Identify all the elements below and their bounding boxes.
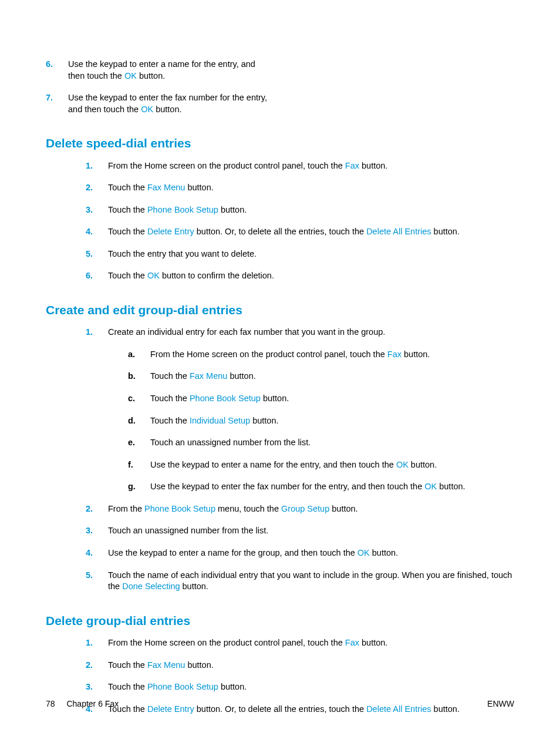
list-item-text: Use the keypad to enter a name for the e… <box>68 59 255 80</box>
list-item: 5.Touch the name of each individual entr… <box>86 570 514 593</box>
list-item: g.Use the keypad to enter the fax number… <box>128 481 514 493</box>
create-group-dial-list: 1.Create an individual entry for each fa… <box>46 327 514 592</box>
list-item-text: Touch the Phone Book Setup button. <box>150 394 289 403</box>
list-item: 4.Touch the Delete Entry button. Or, to … <box>86 226 514 238</box>
list-item: a.From the Home screen on the product co… <box>128 349 514 361</box>
list-marker: a. <box>128 349 135 361</box>
list-marker: 1. <box>86 327 93 338</box>
list-item-text: Touch the Phone Book Setup button. <box>108 682 247 691</box>
list-item: 1.From the Home screen on the product co… <box>86 160 514 172</box>
list-item: 4.Use the keypad to enter a name for the… <box>86 547 514 559</box>
list-item: 1.Create an individual entry for each fa… <box>86 327 514 493</box>
footer-left: 78 Chapter 6 Fax <box>46 698 119 710</box>
list-item-text: Touch the name of each individual entry … <box>108 570 512 592</box>
list-item-text: Touch the OK button to confirm the delet… <box>108 271 274 280</box>
heading-delete-speed-dial: Delete speed-dial entries <box>46 135 514 152</box>
list-item: 3.Touch the Phone Book Setup button. <box>86 681 514 693</box>
list-item-text: From the Home screen on the product cont… <box>108 638 387 647</box>
list-item: 2.From the Phone Book Setup menu, touch … <box>86 503 514 515</box>
list-marker: 5. <box>86 248 93 260</box>
list-marker: 7. <box>46 92 53 104</box>
list-marker: 4. <box>86 226 93 238</box>
list-item-text: From the Home screen on the product cont… <box>150 350 430 359</box>
list-marker: 6. <box>86 270 93 282</box>
heading-delete-group-dial: Delete group-dial entries <box>46 613 514 629</box>
list-item: 2.Touch the Fax Menu button. <box>86 182 514 194</box>
list-item-text: Use the keypad to enter a name for the g… <box>108 548 398 557</box>
list-marker: 3. <box>86 681 93 693</box>
list-item: e.Touch an unassigned number from the li… <box>128 437 514 449</box>
list-marker: c. <box>128 393 135 405</box>
list-item-text: Touch the Phone Book Setup button. <box>108 205 247 214</box>
heading-create-group-dial: Create and edit group-dial entries <box>46 302 514 318</box>
list-item-text: From the Phone Book Setup menu, touch th… <box>108 504 358 513</box>
list-marker: 6. <box>46 59 53 70</box>
list-item-text: Use the keypad to enter a name for the e… <box>150 460 437 469</box>
list-item-text: Use the keypad to enter the fax number f… <box>68 93 267 114</box>
list-marker: 2. <box>86 660 93 671</box>
list-marker: g. <box>128 481 136 493</box>
list-item: 5.Touch the entry that you want to delet… <box>86 248 514 260</box>
list-item: f.Use the keypad to enter a name for the… <box>128 459 514 471</box>
footer-right: ENWW <box>487 698 514 710</box>
list-item-text: Touch an unassigned number from the list… <box>150 438 311 447</box>
list-marker: 5. <box>86 570 93 582</box>
intro-steps-list: 6.Use the keypad to enter a name for the… <box>46 59 269 115</box>
list-item-text: From the Home screen on the product cont… <box>108 161 387 170</box>
page-number: 78 <box>46 699 55 708</box>
list-item-text: Touch the entry that you want to delete. <box>108 249 257 258</box>
list-item: 6.Use the keypad to enter a name for the… <box>46 59 269 82</box>
list-marker: 4. <box>86 547 93 559</box>
list-item: d.Touch the Individual Setup button. <box>128 415 514 427</box>
list-item-text: Touch the Fax Menu button. <box>108 183 214 192</box>
list-marker: d. <box>128 415 136 427</box>
page-footer: 78 Chapter 6 Fax ENWW <box>46 698 514 710</box>
list-marker: 2. <box>86 182 93 194</box>
delete-speed-dial-list: 1.From the Home screen on the product co… <box>46 160 514 282</box>
list-marker: e. <box>128 437 135 449</box>
list-item-text: Create an individual entry for each fax … <box>108 327 385 337</box>
list-item-text: Use the keypad to enter the fax number f… <box>150 482 465 491</box>
list-item-text: Touch the Individual Setup button. <box>150 416 278 425</box>
chapter-label: Chapter 6 Fax <box>66 699 119 708</box>
list-marker: f. <box>128 459 133 471</box>
list-item: 1.From the Home screen on the product co… <box>86 637 514 649</box>
list-marker: 1. <box>86 637 93 649</box>
list-item: c.Touch the Phone Book Setup button. <box>128 393 514 405</box>
list-marker: 2. <box>86 503 93 515</box>
list-item-text: Touch the Fax Menu button. <box>108 660 214 670</box>
list-item: 3.Touch the Phone Book Setup button. <box>86 204 514 216</box>
list-item: 2.Touch the Fax Menu button. <box>86 660 514 671</box>
list-marker: 3. <box>86 204 93 216</box>
list-marker: 3. <box>86 525 93 537</box>
list-marker: b. <box>128 371 136 382</box>
list-item: 6.Touch the OK button to confirm the del… <box>86 270 514 282</box>
list-marker: 1. <box>86 160 93 172</box>
list-item: 7.Use the keypad to enter the fax number… <box>46 92 269 115</box>
list-sublist: a.From the Home screen on the product co… <box>108 349 514 493</box>
list-item: 3.Touch an unassigned number from the li… <box>86 525 514 537</box>
list-item-text: Touch the Delete Entry button. Or, to de… <box>108 227 460 236</box>
list-item: b.Touch the Fax Menu button. <box>128 371 514 382</box>
list-item-text: Touch the Fax Menu button. <box>150 371 256 381</box>
list-item-text: Touch an unassigned number from the list… <box>108 526 268 535</box>
